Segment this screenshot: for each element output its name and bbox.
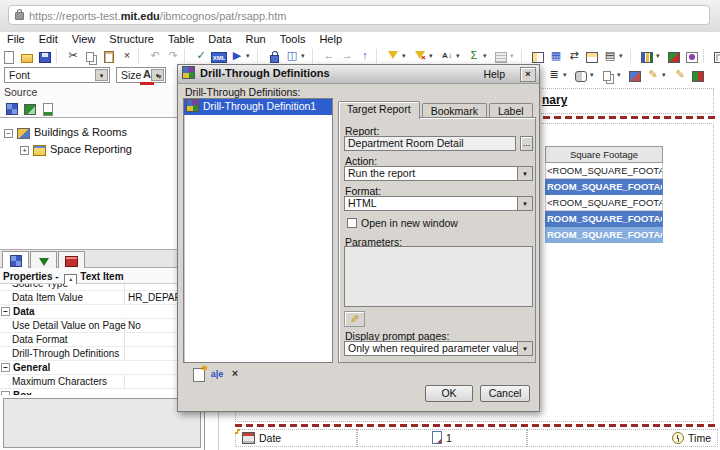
font-color-button[interactable]: A xyxy=(140,68,154,85)
collapse-icon[interactable]: − xyxy=(4,129,13,138)
save-report-button[interactable] xyxy=(36,48,54,64)
run-report-button[interactable]: ▶ xyxy=(228,48,246,64)
report-field[interactable]: Department Room Detail xyxy=(344,136,516,151)
tab-toolbox[interactable] xyxy=(58,251,85,268)
style-tools-button[interactable] xyxy=(626,67,644,83)
delete-definition-button[interactable]: × xyxy=(226,367,244,379)
tab-target-report[interactable]: Target Report xyxy=(338,101,420,119)
menu-help[interactable]: Help xyxy=(312,32,349,45)
property-row[interactable]: Data Item ValueHR_DEPARTM xyxy=(0,291,204,305)
property-group-row[interactable]: −Box xyxy=(0,389,204,395)
action-combo-arrow[interactable]: ▾ xyxy=(517,167,532,180)
new-definition-button[interactable] xyxy=(190,367,208,384)
copy-style-dropdown[interactable]: ▾ xyxy=(617,67,626,82)
insert-table-button[interactable]: ▦ xyxy=(547,48,565,64)
property-row[interactable]: Maximum Characters xyxy=(0,375,204,389)
table-row-highlighted[interactable]: ROOM_SQUARE_FOOTAGE)> xyxy=(545,211,663,227)
parent-button[interactable]: ↑ xyxy=(356,48,374,64)
display-prompt-pages-combo[interactable]: Only when required parameter values a▾ xyxy=(344,341,533,356)
copy-style-button[interactable] xyxy=(599,67,617,83)
borders-button[interactable] xyxy=(711,48,720,64)
menu-structure[interactable]: Structure xyxy=(102,32,161,45)
property-row[interactable]: Data Format xyxy=(0,333,204,347)
cancel-button[interactable]: Cancel xyxy=(480,385,530,402)
swap-rows-columns-button[interactable]: ⇄ xyxy=(565,48,583,64)
definitions-listbox[interactable]: Drill-Through Definition1 xyxy=(183,98,333,363)
menu-table[interactable]: Table xyxy=(161,32,201,45)
sort-dropdown[interactable]: ▾ xyxy=(456,48,465,63)
table-row-highlighted[interactable]: ROOM_SQUARE_FOOTAGE)> xyxy=(545,179,663,195)
tree-node-buildings-rooms[interactable]: −Buildings & Rooms xyxy=(4,126,127,139)
tab-source[interactable] xyxy=(2,251,29,268)
menu-edit[interactable]: Edit xyxy=(32,32,65,45)
property-group-row[interactable]: −Data xyxy=(0,305,204,319)
section-button[interactable] xyxy=(583,48,601,64)
background-button[interactable] xyxy=(572,67,590,83)
open-new-window-checkbox[interactable] xyxy=(347,218,357,228)
collapse-icon[interactable]: − xyxy=(1,391,10,395)
suppress-button[interactable] xyxy=(411,48,429,64)
expand-icon[interactable]: + xyxy=(20,146,29,155)
display-prompt-combo-arrow[interactable]: ▾ xyxy=(517,342,532,355)
edit-parameters-button[interactable]: ✎ xyxy=(344,311,365,327)
back-button[interactable]: ← xyxy=(320,48,338,64)
apply-style-button[interactable]: ✎ xyxy=(644,67,662,83)
table-row[interactable]: <ROOM_SQUARE_FOOTAGE> xyxy=(545,195,663,211)
headers-footers-button[interactable] xyxy=(529,48,547,64)
property-row[interactable]: Drill-Through Definitions xyxy=(0,347,204,361)
aggregate-button[interactable]: Σ xyxy=(465,48,483,64)
property-row[interactable]: Use Detail Value on PageNo xyxy=(0,319,204,333)
action-combo[interactable]: Run the report▾ xyxy=(344,166,533,181)
map-button[interactable] xyxy=(665,48,683,64)
calculate-button[interactable] xyxy=(492,48,510,64)
paste-button[interactable] xyxy=(100,48,118,64)
insert-objects-icon[interactable] xyxy=(3,100,21,116)
dialog-help-link[interactable]: Help xyxy=(483,66,505,83)
collapse-icon[interactable]: − xyxy=(1,363,10,372)
footer-date-cell[interactable]: Date xyxy=(235,429,357,447)
footer-page-number-cell[interactable]: 1 xyxy=(357,429,527,447)
report-list-table[interactable]: Square Footage <ROOM_SQUARE_FOOTAGE> ROO… xyxy=(545,146,663,243)
view-xml-button[interactable]: XML xyxy=(210,48,228,64)
run-report-dropdown[interactable]: ▾ xyxy=(246,48,255,63)
package-dropdown[interactable]: ▾ xyxy=(301,48,310,63)
menu-view[interactable]: View xyxy=(65,32,103,45)
property-row[interactable]: Source Type xyxy=(0,284,204,291)
report-title-clipped[interactable]: nary xyxy=(542,93,567,107)
chart-button[interactable] xyxy=(638,48,656,64)
calculate-dropdown[interactable]: ▾ xyxy=(510,48,519,63)
format-combo[interactable]: HTML▾ xyxy=(344,196,533,211)
report-browse-button[interactable]: ... xyxy=(520,136,533,151)
font-select-arrow[interactable]: ▾ xyxy=(95,69,108,81)
rename-definition-button[interactable]: a|e xyxy=(208,367,226,382)
menu-run[interactable]: Run xyxy=(239,32,273,45)
font-select[interactable]: Font▾ xyxy=(4,67,110,83)
font-color-dropdown[interactable]: ▾ xyxy=(158,69,167,84)
conditional-styles-button[interactable] xyxy=(689,67,707,83)
table-row[interactable]: <ROOM_SQUARE_FOOTAGE> xyxy=(545,163,663,179)
page-layers-button[interactable]: ▤ xyxy=(601,48,619,64)
parameters-box[interactable] xyxy=(344,246,533,307)
background-dropdown[interactable]: ▾ xyxy=(590,67,599,82)
ok-button[interactable]: OK xyxy=(425,385,473,402)
cut-button[interactable]: ✂ xyxy=(64,48,82,64)
copy-button[interactable] xyxy=(82,48,100,64)
new-report-button[interactable] xyxy=(0,48,18,64)
menu-data[interactable]: Data xyxy=(201,32,238,45)
edit-query-icon[interactable] xyxy=(21,100,39,116)
lock-objects-button[interactable] xyxy=(265,48,283,64)
apply-style-dropdown[interactable]: ▾ xyxy=(662,67,671,82)
menu-tools[interactable]: Tools xyxy=(273,32,313,45)
address-bar[interactable]: https://reports-test.mit.edu/ibmcognos/p… xyxy=(8,5,710,25)
reuse-style-button[interactable]: ✎ xyxy=(671,67,689,83)
menu-file[interactable]: File xyxy=(0,32,32,45)
definition-item-selected[interactable]: Drill-Through Definition1 xyxy=(184,99,332,115)
filter-button[interactable] xyxy=(384,48,402,64)
chart-dropdown[interactable]: ▾ xyxy=(656,48,665,63)
list-style-dropdown[interactable]: ▾ xyxy=(563,67,572,82)
refresh-source-icon[interactable] xyxy=(39,100,57,116)
dialog-title-bar[interactable]: Drill-Through DefinitionsHelp× xyxy=(178,65,539,84)
table-row-highlighted[interactable]: ROOM_SQUARE_FOOTAGE)> xyxy=(545,227,663,243)
delete-button[interactable]: × xyxy=(118,48,136,64)
undo-button[interactable]: ↶ xyxy=(146,48,164,64)
